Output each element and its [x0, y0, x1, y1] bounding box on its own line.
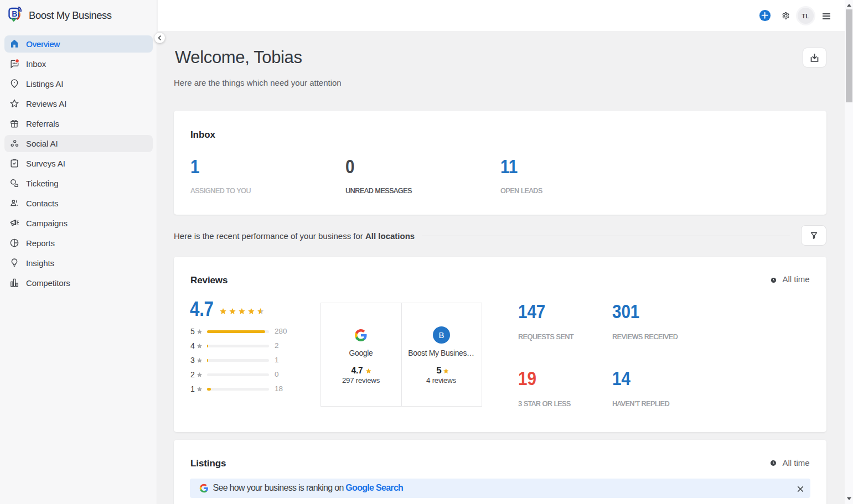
svg-text:B: B — [12, 9, 17, 18]
